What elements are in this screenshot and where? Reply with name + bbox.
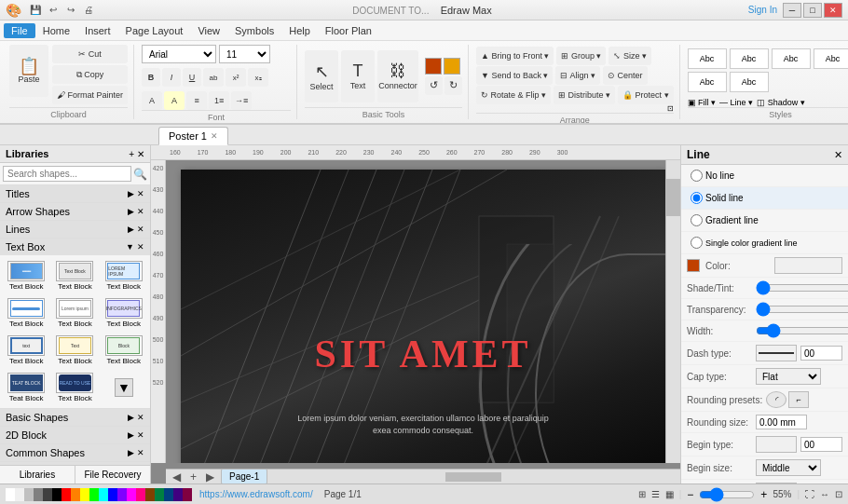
no-line-option[interactable]: No line [687,168,842,184]
width-slider[interactable] [756,326,848,335]
swatch-white[interactable] [6,488,15,501]
font-color-btn[interactable]: A [142,91,162,110]
color-red-swatch[interactable] [425,58,442,75]
shape-item-textblock-4b[interactable]: READ TO USE Text Block [51,370,98,405]
sidebar-search-input[interactable] [3,166,131,182]
center-btn[interactable]: ⊙ Center [603,66,648,85]
lines-close-icon[interactable]: ✕ [137,225,144,234]
fit-width-icon[interactable]: ↔ [820,489,829,499]
menu-insert[interactable]: Insert [77,23,118,38]
sidebar-section-2d-block-header[interactable]: 2D Block ▶ ✕ [0,427,150,443]
menu-home[interactable]: Home [35,23,77,38]
swatch-darkgray[interactable] [34,488,43,501]
page-nav-next[interactable]: + [187,470,199,484]
single-color-gradient-option[interactable]: Single color gradient line [687,235,842,251]
redo-btn[interactable]: ↪ [63,3,78,18]
swatch-yellow[interactable] [80,488,89,501]
sidebar-close-btn[interactable]: ✕ [137,149,144,159]
cap-type-select[interactable]: Flat Round Square [756,368,821,385]
style-preview-2[interactable]: Abc [730,48,769,69]
page-tab-1[interactable]: Page-1 [221,469,267,484]
size-btn[interactable]: ⤡ Size ▾ [609,47,651,65]
swatch-black[interactable] [52,488,62,501]
basic-shapes-close-icon[interactable]: ✕ [137,413,144,422]
subscript-btn[interactable]: x₂ [248,68,268,87]
gradient-line-radio[interactable] [691,214,703,226]
arrows-close-icon[interactable]: ✕ [137,207,144,216]
titles-close-icon[interactable]: ✕ [137,189,144,198]
page-nav-dots[interactable]: ▶ [203,470,217,484]
close-btn[interactable]: ✕ [824,3,842,18]
shape-item-textblock-1a[interactable]: ━━━ Text Block [3,258,49,293]
format-painter-btn[interactable]: 🖌 Format Painter [52,86,128,104]
bold-btn[interactable]: B [142,68,160,87]
doc-tab-close[interactable]: ✕ [211,131,218,141]
rotate-right-btn[interactable]: ↻ [445,76,462,95]
group-btn[interactable]: ⊞ Group ▾ [556,47,606,65]
maximize-btn[interactable]: □ [803,3,822,18]
underline-btn[interactable]: U [183,68,201,87]
swatch-cyan[interactable] [99,488,108,501]
print-btn[interactable]: 🖨 [81,3,96,18]
swatch-gray[interactable] [24,488,34,501]
shape-item-textblock-3c[interactable]: Block Text Block [101,333,147,368]
rotate-left-btn[interactable]: ↺ [425,76,443,95]
color-orange-swatch[interactable] [444,58,460,75]
common-shapes-close-icon[interactable]: ✕ [137,448,144,457]
sidebar-section-textbox-header[interactable]: Text Box ▼ ✕ [0,238,150,255]
style-preview-4[interactable]: Abc [814,48,848,69]
select-tool-btn[interactable]: ↖ Select [305,50,338,102]
end-type-select[interactable] [756,483,797,484]
font-size-select[interactable]: 11 [219,45,270,63]
line-panel-close-btn[interactable]: ✕ [834,149,842,161]
sidebar-section-basic-shapes-header[interactable]: Basic Shapes ▶ ✕ [0,409,150,426]
shape-item-textblock-1b[interactable]: Text Block Text Block [51,258,98,293]
swatch-green[interactable] [89,488,99,501]
sidebar-section-titles-header[interactable]: Titles ▶ ✕ [0,185,150,202]
numberedlist-btn[interactable]: 1≡ [209,91,229,110]
shape-item-textblock-3b[interactable]: Text Text Block [51,333,98,368]
begin-size-select[interactable]: Middle Small Large [756,459,821,476]
status-url[interactable]: https://www.edrawsoft.com/ [199,489,313,499]
shadow-label[interactable]: ◫ Shadow ▾ [757,98,805,107]
bring-to-front-btn[interactable]: ▲ Bring to Front ▾ [476,47,554,65]
swatch-lightgray[interactable] [15,488,24,501]
font-highlight-btn[interactable]: A [164,91,185,110]
dash-type-input[interactable] [800,346,842,361]
zoom-slider[interactable] [699,487,755,502]
style-preview-1[interactable]: Abc [688,48,727,69]
shape-item-textblock-2b[interactable]: Lorem ipsum Text Block [51,295,98,331]
begin-type-select[interactable] [756,436,797,453]
swatch-darkpurple[interactable] [173,488,183,501]
list-btn[interactable]: ≡ [186,91,207,110]
distribute-btn[interactable]: ⊞ Distribute ▾ [554,86,615,104]
font-family-select[interactable]: Arial [142,45,216,63]
view-icon-list[interactable]: ☰ [651,489,660,499]
doc-tab-poster1[interactable]: Poster 1 ✕ [158,127,228,145]
shape-item-textblock-1c[interactable]: LOREM IPSUM Text Block [101,258,147,293]
arrange-expand-btn[interactable]: ⊡ [667,104,674,113]
protect-btn[interactable]: 🔒 Protect ▾ [618,86,674,104]
sidebar-search-btn[interactable]: 🔍 [133,168,147,181]
single-color-gradient-radio[interactable] [691,237,703,249]
minimize-btn[interactable]: ─ [783,3,801,18]
dash-type-select[interactable] [756,345,797,361]
swatch-orange[interactable] [71,488,80,501]
sidebar-section-arrows-header[interactable]: Arrow Shapes ▶ ✕ [0,203,150,220]
style-preview-6[interactable]: Abc [730,72,769,92]
menu-help[interactable]: Help [281,23,318,38]
sidebar-section-lines-header[interactable]: Lines ▶ ✕ [0,221,150,238]
line-label[interactable]: — Line ▾ [719,98,753,107]
rounding-size-input[interactable] [756,415,807,429]
zoom-in-btn[interactable]: + [760,488,767,501]
no-line-radio[interactable] [691,170,703,182]
menu-floor-plan[interactable]: Floor Plan [318,23,379,38]
shape-item-textblock-2a[interactable]: Text Block [3,295,49,331]
shape-item-textblock-4a[interactable]: TEAT BLOCK Teat Block [3,370,49,405]
solid-line-radio[interactable] [691,192,703,204]
shape-item-textblock-2c[interactable]: INFOGRAPHICS Text Block [101,295,147,331]
swatch-pink[interactable] [136,488,145,501]
sidebar-tab-libraries[interactable]: Libraries [0,466,75,484]
rotate-flip-btn[interactable]: ↻ Rotate & Flip ▾ [476,86,551,104]
swatch-brown[interactable] [145,488,155,501]
